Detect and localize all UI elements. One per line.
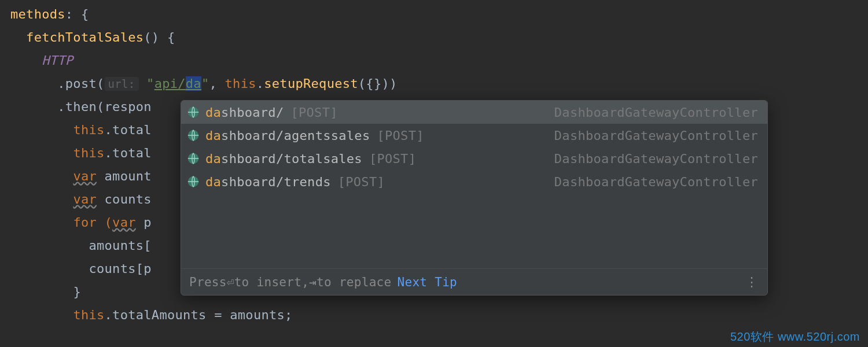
property: methods bbox=[10, 7, 65, 21]
http-identifier: HTTP bbox=[42, 53, 73, 68]
http-method-badge: [POST] bbox=[338, 175, 385, 189]
web-endpoint-icon bbox=[187, 152, 200, 165]
completion-origin: DashboardGatewayController bbox=[554, 152, 758, 166]
completion-item[interactable]: dashboard/totalsales [POST] DashboardGat… bbox=[181, 147, 767, 170]
typed-text: da bbox=[186, 76, 201, 91]
function-name: fetchTotalSales bbox=[26, 30, 144, 45]
watermark-text: 520软件 www.520rj.com bbox=[730, 329, 860, 345]
http-method-badge: [POST] bbox=[377, 128, 424, 143]
more-menu-icon[interactable]: ⋮ bbox=[745, 275, 759, 289]
web-endpoint-icon bbox=[187, 106, 200, 119]
enter-key-icon: ⏎ bbox=[227, 275, 234, 289]
next-tip-link[interactable]: Next Tip bbox=[398, 275, 458, 289]
code-line: fetchTotalSales() { bbox=[10, 26, 868, 49]
completion-footer: Press ⏎ to insert, ⇥ to replace Next Tip… bbox=[181, 268, 767, 295]
inline-hint: url: bbox=[105, 77, 139, 91]
completion-path: dashboard/totalsales bbox=[205, 152, 362, 166]
completion-origin: DashboardGatewayController bbox=[554, 105, 758, 120]
completion-path: dashboard/trends bbox=[205, 175, 331, 189]
web-endpoint-icon bbox=[187, 129, 200, 142]
completion-origin: DashboardGatewayController bbox=[554, 175, 758, 189]
web-endpoint-icon bbox=[187, 175, 200, 188]
code-line: HTTP bbox=[10, 49, 868, 72]
tab-key-icon: ⇥ bbox=[309, 275, 317, 289]
http-method-badge: [POST] bbox=[369, 152, 416, 166]
completion-popup: dashboard/ [POST] DashboardGatewayContro… bbox=[181, 100, 768, 296]
http-method-badge: [POST] bbox=[290, 105, 337, 120]
completion-item[interactable]: dashboard/agentssales [POST] DashboardGa… bbox=[181, 124, 767, 147]
code-line: methods: { bbox=[10, 3, 868, 26]
completion-path: dashboard/agentssales bbox=[205, 128, 370, 143]
code-line: this.totalAmounts = amounts; bbox=[10, 304, 868, 327]
completion-item[interactable]: dashboard/trends [POST] DashboardGateway… bbox=[181, 170, 767, 193]
completion-item[interactable]: dashboard/ [POST] DashboardGatewayContro… bbox=[181, 101, 767, 124]
code-line: .post(url: "api/da", this.setupRequest({… bbox=[10, 72, 868, 95]
completion-origin: DashboardGatewayController bbox=[554, 128, 758, 143]
completion-path: dashboard/ bbox=[205, 105, 284, 120]
